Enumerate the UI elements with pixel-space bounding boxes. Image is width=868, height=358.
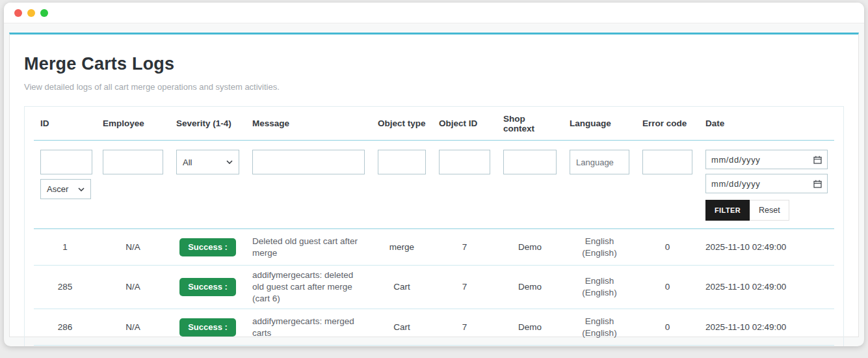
column-header-severity: Severity (1-4) <box>170 118 246 128</box>
cell-employee: N/A <box>96 322 170 333</box>
message-filter-input[interactable] <box>252 150 365 174</box>
cell-language: English (English) <box>563 275 636 299</box>
severity-filter-select[interactable]: All <box>176 150 239 174</box>
cell-severity: Success : <box>170 238 246 256</box>
cell-error-code: 0 <box>636 281 699 293</box>
cell-object-id: 7 <box>432 281 497 293</box>
cell-object-type: Cart <box>371 322 432 333</box>
date-from-input[interactable]: mm/dd/yyyy <box>705 150 828 169</box>
column-header-message: Message <box>246 118 371 128</box>
date-to-input[interactable]: mm/dd/yyyy <box>705 174 828 193</box>
filter-button[interactable]: FILTER <box>705 200 750 221</box>
sort-order-select[interactable]: Ascer <box>40 179 91 199</box>
table-row: 286 N/A Success : addifymergecarts: merg… <box>34 309 834 346</box>
date-to-value: mm/dd/yyyy <box>711 179 760 189</box>
cell-error-code: 0 <box>636 241 699 253</box>
cell-employee: N/A <box>96 281 170 293</box>
cell-error-code: 0 <box>636 322 699 333</box>
cell-id: 285 <box>34 281 96 293</box>
cell-message: addifymergecarts: deleted old guest cart… <box>246 269 371 305</box>
language-filter-select[interactable]: Language <box>570 150 629 174</box>
logs-table: ID Employee Severity (1-4) Message Objec… <box>24 106 844 346</box>
column-header-date: Date <box>699 118 834 128</box>
object-type-filter-input[interactable] <box>378 150 426 174</box>
error-code-filter-input[interactable] <box>642 150 692 174</box>
shop-context-filter-input[interactable] <box>503 150 557 174</box>
column-header-id: ID <box>34 118 96 128</box>
cell-object-type: Cart <box>371 281 432 293</box>
cell-object-id: 7 <box>432 322 497 333</box>
cell-message: addifymergecarts: merged carts <box>246 316 371 339</box>
table-header-row: ID Employee Severity (1-4) Message Objec… <box>34 107 834 141</box>
cell-employee: N/A <box>96 241 170 253</box>
page-title: Merge Carts Logs <box>24 54 844 74</box>
status-badge: Success : <box>179 238 236 256</box>
cell-id: 286 <box>34 322 96 333</box>
cell-shop-context: Demo <box>497 241 563 253</box>
content-card: Merge Carts Logs View detailed logs of a… <box>9 33 859 337</box>
severity-filter-value: All <box>183 158 192 167</box>
sort-order-value: Ascer <box>47 184 68 194</box>
cell-language: English (English) <box>563 316 636 339</box>
table-row: 1 N/A Success : Deleted old guest cart a… <box>34 229 834 266</box>
minimize-window-button[interactable] <box>27 9 35 17</box>
language-filter-value: Language <box>576 158 614 167</box>
chevron-down-icon <box>226 160 233 164</box>
cell-language: English (English) <box>563 236 636 259</box>
column-header-employee: Employee <box>96 118 170 128</box>
calendar-icon <box>813 156 822 164</box>
cell-shop-context: Demo <box>497 281 563 293</box>
cell-severity: Success : <box>170 278 246 296</box>
cell-message: Deleted old guest cart after merge <box>246 236 371 259</box>
calendar-icon <box>813 180 822 188</box>
column-header-object-id: Object ID <box>432 118 497 128</box>
cell-id: 1 <box>34 241 96 253</box>
column-header-shop-context: Shop context <box>497 114 563 133</box>
object-id-filter-input[interactable] <box>439 150 490 174</box>
id-filter-input[interactable] <box>40 150 92 174</box>
column-header-language: Language <box>563 118 636 128</box>
table-filter-row: Ascer All <box>34 141 834 229</box>
cell-object-id: 7 <box>432 241 497 253</box>
employee-filter-input[interactable] <box>103 150 163 174</box>
cell-object-type: merge <box>371 241 432 253</box>
table-row: 285 N/A Success : addifymergecarts: dele… <box>34 266 834 309</box>
column-header-error-code: Error code <box>636 118 699 128</box>
cell-severity: Success : <box>170 318 246 337</box>
cell-date: 2025-11-10 02:49:00 <box>699 281 834 293</box>
maximize-window-button[interactable] <box>40 9 48 17</box>
status-badge: Success : <box>179 278 236 296</box>
page-subtitle: View detailed logs of all cart merge ope… <box>24 82 844 92</box>
status-badge: Success : <box>179 318 236 337</box>
reset-button[interactable]: Reset <box>750 200 789 221</box>
window-titlebar <box>4 3 864 23</box>
chevron-down-icon <box>78 187 85 191</box>
close-window-button[interactable] <box>14 9 22 17</box>
browser-window: Merge Carts Logs View detailed logs of a… <box>4 3 864 346</box>
date-from-value: mm/dd/yyyy <box>711 155 760 165</box>
cell-shop-context: Demo <box>497 322 563 333</box>
column-header-object-type: Object type <box>371 118 432 128</box>
cell-date: 2025-11-10 02:49:00 <box>699 241 834 253</box>
cell-date: 2025-11-10 02:49:00 <box>699 322 834 333</box>
